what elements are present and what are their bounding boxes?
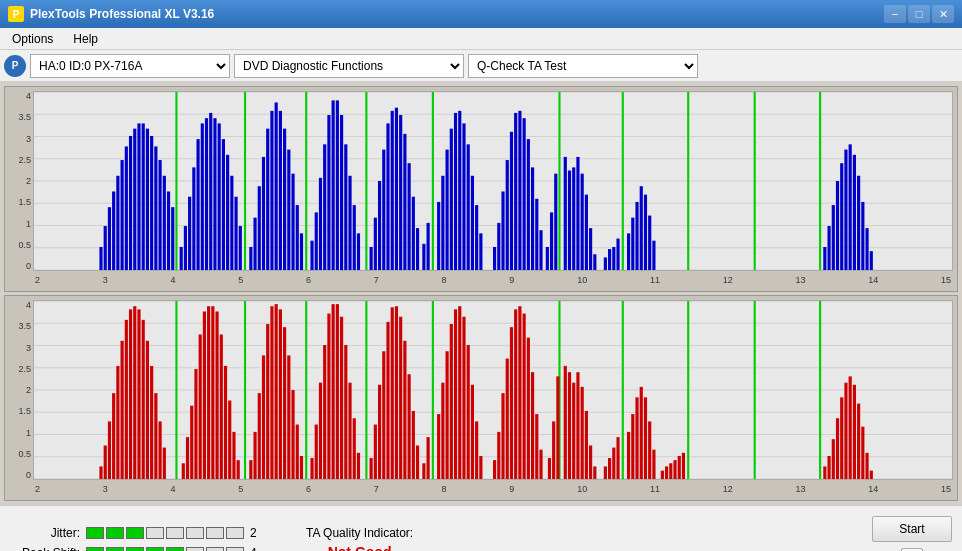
svg-rect-297 bbox=[865, 453, 868, 479]
ps-seg-5 bbox=[166, 547, 184, 552]
ps-seg-4 bbox=[146, 547, 164, 552]
svg-rect-140 bbox=[840, 163, 843, 270]
svg-rect-13 bbox=[116, 176, 119, 270]
function-select[interactable]: DVD Diagnostic Functions bbox=[234, 54, 464, 78]
menu-options[interactable]: Options bbox=[4, 30, 61, 48]
svg-rect-218 bbox=[378, 385, 381, 479]
svg-rect-264 bbox=[589, 445, 592, 479]
drive-select[interactable]: HA:0 ID:0 PX-716A bbox=[30, 54, 230, 78]
info-icon[interactable]: i bbox=[901, 548, 923, 552]
svg-rect-203 bbox=[310, 458, 313, 479]
svg-rect-73 bbox=[378, 181, 381, 270]
svg-rect-174 bbox=[182, 463, 185, 479]
svg-rect-210 bbox=[340, 317, 343, 479]
svg-rect-213 bbox=[353, 418, 356, 479]
svg-rect-33 bbox=[201, 123, 204, 270]
svg-rect-250 bbox=[527, 338, 530, 479]
close-button[interactable]: ✕ bbox=[932, 5, 954, 23]
svg-rect-16 bbox=[129, 136, 132, 270]
svg-rect-31 bbox=[192, 167, 195, 270]
svg-rect-277 bbox=[652, 450, 655, 479]
svg-rect-294 bbox=[853, 385, 856, 479]
svg-rect-86 bbox=[437, 202, 440, 270]
svg-rect-224 bbox=[403, 341, 406, 479]
svg-rect-163 bbox=[125, 320, 128, 479]
jitter-row: Jitter: 2 bbox=[10, 526, 266, 540]
svg-rect-104 bbox=[523, 118, 526, 270]
svg-rect-166 bbox=[137, 309, 140, 479]
svg-rect-198 bbox=[287, 355, 290, 479]
svg-rect-105 bbox=[527, 139, 530, 270]
svg-rect-207 bbox=[327, 314, 330, 479]
svg-rect-123 bbox=[608, 249, 611, 270]
svg-rect-271 bbox=[627, 432, 630, 479]
svg-rect-48 bbox=[266, 129, 269, 270]
svg-rect-110 bbox=[546, 247, 549, 270]
svg-rect-260 bbox=[572, 383, 575, 479]
bottom-chart-x-axis: 2 3 4 5 6 7 8 9 10 11 12 13 14 15 bbox=[33, 480, 953, 498]
menu-help[interactable]: Help bbox=[65, 30, 106, 48]
bottom-chart-svg bbox=[34, 301, 952, 479]
svg-rect-279 bbox=[661, 471, 664, 479]
svg-rect-58 bbox=[310, 241, 313, 270]
svg-rect-185 bbox=[228, 400, 231, 479]
svg-rect-14 bbox=[121, 160, 124, 270]
svg-rect-292 bbox=[844, 383, 847, 479]
svg-rect-234 bbox=[450, 324, 453, 479]
svg-rect-60 bbox=[319, 178, 322, 270]
maximize-button[interactable]: □ bbox=[908, 5, 930, 23]
svg-rect-164 bbox=[129, 309, 132, 479]
svg-rect-158 bbox=[104, 445, 107, 479]
svg-rect-261 bbox=[576, 372, 579, 479]
svg-rect-63 bbox=[332, 100, 335, 270]
title-bar: P PlexTools Professional XL V3.16 − □ ✕ bbox=[0, 0, 962, 28]
svg-rect-55 bbox=[296, 205, 299, 270]
test-select[interactable]: Q-Check TA Test bbox=[468, 54, 698, 78]
svg-rect-72 bbox=[374, 218, 377, 270]
svg-rect-242 bbox=[493, 460, 496, 479]
svg-rect-54 bbox=[291, 174, 294, 270]
start-button[interactable]: Start bbox=[872, 516, 952, 542]
main-content: 4 3.5 3 2.5 2 1.5 1 0.5 0 bbox=[0, 82, 962, 505]
svg-rect-288 bbox=[827, 456, 830, 479]
svg-rect-142 bbox=[849, 144, 852, 270]
svg-rect-200 bbox=[296, 425, 299, 479]
svg-rect-92 bbox=[462, 123, 465, 270]
svg-rect-237 bbox=[462, 317, 465, 479]
svg-rect-53 bbox=[287, 150, 290, 270]
minimize-button[interactable]: − bbox=[884, 5, 906, 23]
svg-rect-258 bbox=[564, 366, 567, 479]
ta-quality-value: Not Good bbox=[328, 544, 392, 552]
peak-shift-progress bbox=[86, 547, 244, 552]
svg-rect-87 bbox=[441, 176, 444, 270]
svg-rect-124 bbox=[612, 247, 615, 270]
svg-rect-65 bbox=[340, 115, 343, 270]
svg-rect-171 bbox=[159, 421, 162, 479]
ps-seg-1 bbox=[86, 547, 104, 552]
svg-rect-192 bbox=[262, 355, 265, 479]
svg-rect-29 bbox=[184, 226, 187, 270]
svg-rect-18 bbox=[137, 123, 140, 270]
svg-rect-208 bbox=[332, 304, 335, 479]
svg-rect-64 bbox=[336, 100, 339, 270]
svg-rect-128 bbox=[635, 202, 638, 270]
svg-rect-240 bbox=[475, 421, 478, 479]
svg-rect-177 bbox=[194, 369, 197, 479]
svg-rect-284 bbox=[682, 453, 685, 479]
svg-rect-101 bbox=[510, 132, 513, 270]
start-section: Start i bbox=[872, 516, 952, 552]
svg-rect-187 bbox=[237, 460, 240, 479]
svg-rect-84 bbox=[422, 244, 425, 270]
svg-rect-227 bbox=[416, 445, 419, 479]
svg-rect-281 bbox=[669, 463, 672, 479]
svg-rect-263 bbox=[585, 411, 588, 479]
svg-rect-233 bbox=[446, 351, 449, 479]
svg-rect-179 bbox=[203, 311, 206, 479]
svg-rect-106 bbox=[531, 167, 534, 270]
ps-seg-6 bbox=[186, 547, 204, 552]
svg-rect-252 bbox=[535, 414, 538, 479]
svg-rect-245 bbox=[506, 359, 509, 479]
svg-rect-71 bbox=[370, 247, 373, 270]
svg-rect-82 bbox=[416, 228, 419, 270]
svg-rect-51 bbox=[279, 111, 282, 270]
